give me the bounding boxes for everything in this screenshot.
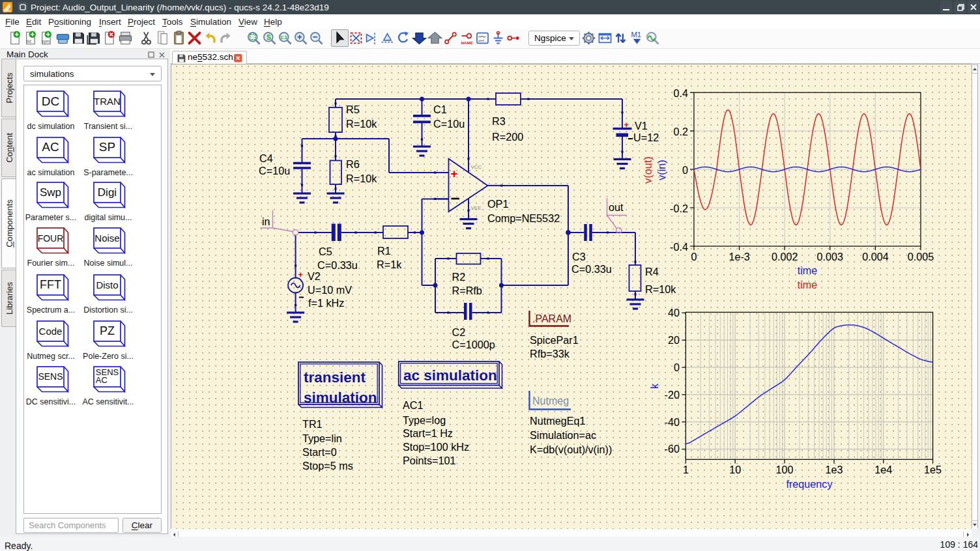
svg-text:v(out): v(out): [642, 156, 654, 183]
svg-text:C=10u: C=10u: [259, 165, 290, 177]
svg-text:U=10 mV: U=10 mV: [308, 283, 352, 295]
svg-text:1e5: 1e5: [924, 463, 942, 475]
svg-text:C=0.33u: C=0.33u: [571, 263, 612, 275]
svg-text:C3: C3: [572, 251, 586, 262]
svg-text:Stop=100 kHz: Stop=100 kHz: [403, 441, 469, 453]
svg-text:Type=lin: Type=lin: [302, 432, 342, 444]
svg-text:0.005: 0.005: [907, 250, 934, 262]
svg-text:NutmegEq1: NutmegEq1: [530, 415, 585, 427]
svg-text:100: 100: [775, 463, 793, 475]
svg-text:C1: C1: [433, 104, 447, 115]
svg-text:-0.2: -0.2: [670, 203, 688, 214]
svg-text:+: +: [624, 120, 629, 130]
svg-text:V2: V2: [308, 270, 321, 282]
svg-text:R=10k: R=10k: [346, 118, 377, 130]
svg-text:k: k: [648, 383, 660, 389]
svg-text:R1: R1: [377, 245, 391, 257]
svg-text:txt: txt: [27, 39, 31, 44]
svg-text:R2: R2: [452, 271, 465, 283]
svg-text:Stop=5 ms: Stop=5 ms: [302, 460, 353, 472]
svg-text:0: 0: [673, 361, 679, 373]
svg-text:R4: R4: [645, 266, 659, 277]
svg-text:1: 1: [682, 463, 688, 475]
svg-text:R=10k: R=10k: [645, 283, 676, 295]
svg-text:C=10u: C=10u: [433, 118, 465, 130]
svg-text:1e3: 1e3: [825, 463, 843, 475]
svg-text:0: 0: [691, 250, 697, 262]
svg-text:ac simulation: ac simulation: [403, 367, 497, 384]
svg-text:10: 10: [729, 463, 741, 475]
svg-text:Points=101: Points=101: [403, 455, 455, 466]
svg-text:40: 40: [667, 307, 679, 318]
svg-text:0.003: 0.003: [816, 250, 843, 262]
svg-text:K=db(v(out)/v(in)): K=db(v(out)/v(in)): [530, 444, 612, 455]
svg-text:v(in): v(in): [656, 160, 667, 180]
svg-text:M1: M1: [631, 31, 641, 38]
svg-text:R=10k: R=10k: [346, 173, 377, 184]
svg-text:Start=1 Hz: Start=1 Hz: [403, 427, 453, 439]
svg-text:NAME: NAME: [461, 40, 472, 45]
svg-text:1e-3: 1e-3: [728, 250, 749, 262]
svg-text:Start=0: Start=0: [302, 446, 337, 458]
svg-text:Comp=NE5532: Comp=NE5532: [487, 212, 560, 224]
svg-text:+: +: [298, 269, 303, 279]
svg-text:-20: -20: [664, 388, 679, 400]
svg-text:in: in: [262, 215, 270, 227]
svg-text:AC1: AC1: [403, 399, 424, 411]
svg-text:+: +: [450, 166, 457, 180]
svg-text:simulation: simulation: [304, 389, 377, 406]
svg-text:1e4: 1e4: [874, 463, 892, 475]
svg-text:C2: C2: [452, 326, 465, 338]
svg-text:R=200: R=200: [492, 131, 523, 143]
svg-text:Nutmeg: Nutmeg: [532, 395, 569, 406]
svg-text:Qucs: Qucs: [4, 9, 12, 12]
svg-text:1:1: 1:1: [280, 35, 287, 40]
svg-text:0.2: 0.2: [673, 126, 688, 137]
svg-text:R=Rfb: R=Rfb: [452, 284, 482, 296]
svg-text:f=1 kHz: f=1 kHz: [308, 297, 344, 309]
svg-text:C=1000p: C=1000p: [452, 339, 495, 350]
svg-text:R5: R5: [346, 104, 360, 115]
svg-text:VEE: VEE: [470, 205, 481, 211]
svg-text:V1: V1: [635, 120, 648, 132]
svg-text:20: 20: [667, 333, 679, 345]
svg-text:-40: -40: [664, 416, 679, 427]
svg-text:0.4: 0.4: [673, 87, 688, 99]
svg-text:transient: transient: [304, 369, 366, 386]
svg-text:time: time: [797, 264, 817, 276]
svg-text:out: out: [609, 201, 624, 212]
svg-text:Rfb=33k: Rfb=33k: [530, 348, 570, 360]
svg-text:time: time: [797, 279, 817, 290]
svg-text:R=1k: R=1k: [377, 259, 402, 270]
svg-text:C4: C4: [259, 152, 273, 164]
svg-text:Type=log: Type=log: [403, 414, 446, 426]
svg-text:U=12: U=12: [633, 132, 659, 143]
svg-text:frequency: frequency: [786, 478, 833, 490]
svg-text:OP1: OP1: [487, 198, 508, 210]
svg-text:-60: -60: [664, 443, 679, 455]
svg-text:-0.4: -0.4: [670, 241, 688, 253]
svg-text:S: S: [267, 34, 271, 41]
svg-text:u+i: u+i: [478, 38, 484, 42]
svg-text:sym: sym: [42, 39, 50, 44]
svg-text:VCC: VCC: [470, 163, 482, 169]
svg-text:0.004: 0.004: [862, 250, 889, 262]
svg-text:0.002: 0.002: [771, 250, 798, 262]
svg-text:SpicePar1: SpicePar1: [530, 334, 579, 346]
svg-text:R3: R3: [492, 115, 506, 127]
svg-text:.PARAM: .PARAM: [532, 313, 571, 324]
svg-text:C5: C5: [319, 246, 332, 257]
svg-text:R6: R6: [346, 158, 360, 170]
svg-text:C=0.33u: C=0.33u: [317, 259, 358, 271]
svg-text:0: 0: [682, 164, 687, 176]
svg-text:Simulation=ac: Simulation=ac: [530, 429, 596, 441]
svg-text:TR1: TR1: [302, 418, 323, 430]
